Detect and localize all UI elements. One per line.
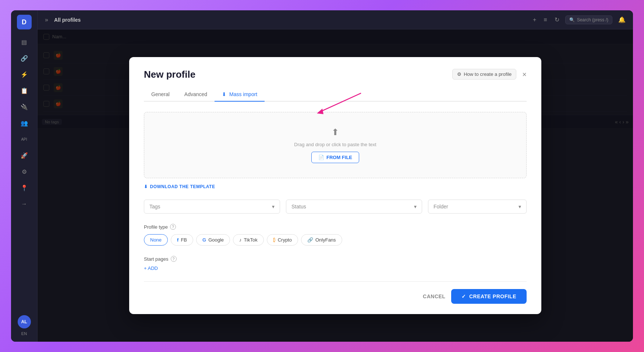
sidebar-icon-launch[interactable]: 🚀: [18, 149, 31, 162]
crypto-label: Crypto: [278, 237, 292, 243]
tab-mass-import-label: Mass import: [229, 91, 257, 97]
start-pages-help-icon[interactable]: ?: [171, 256, 177, 262]
crypto-icon: ₿: [273, 237, 276, 243]
mass-import-icon: ⬇: [222, 91, 226, 97]
google-icon: G: [202, 237, 206, 243]
table-area: Nam... 🍎 🍎 🍎 🍎: [38, 29, 633, 342]
tiktok-icon: ♪: [239, 237, 242, 243]
profile-type-help-icon[interactable]: ?: [170, 224, 176, 230]
sidebar-icon-settings[interactable]: ⚙: [18, 165, 31, 178]
help-button-label: How to create a profile: [464, 71, 512, 77]
sidebar-icon-profiles[interactable]: ▤: [18, 35, 31, 49]
sidebar-icon-location[interactable]: 📍: [18, 181, 31, 194]
sidebar-icon-api[interactable]: API: [18, 133, 31, 146]
sidebar-icon-clipboard[interactable]: 📋: [18, 84, 31, 97]
file-icon: 📄: [318, 155, 324, 160]
sidebar-icon-logout[interactable]: →: [18, 197, 31, 211]
create-profile-button[interactable]: ✓ CREATE PROFILE: [451, 289, 527, 304]
download-template-label: DOWNLOAD THE TEMPLATE: [150, 184, 215, 189]
sidebar-icon-activity[interactable]: ⚡: [18, 68, 31, 81]
onlyfans-icon: 🔗: [307, 237, 313, 243]
google-label: Google: [208, 237, 224, 243]
breadcrumb-arrow-icon: »: [43, 15, 50, 25]
status-placeholder: Status: [291, 204, 306, 210]
page-title: All profiles: [54, 17, 81, 23]
menu-icon[interactable]: ≡: [542, 15, 548, 25]
sidebar-icon-extensions[interactable]: 🔌: [18, 100, 31, 113]
modal-tabs: General Advanced ⬇ Mass import: [144, 88, 527, 102]
drop-zone[interactable]: ⬆ Drag and drop or click to paste the te…: [144, 112, 527, 178]
modal-title: New profile: [144, 69, 195, 80]
profile-type-label: Profile type: [144, 224, 168, 230]
refresh-icon[interactable]: ↻: [553, 15, 561, 25]
main-content: » All profiles + ≡ ↻ 🔍 Search (press /) …: [38, 10, 633, 342]
start-pages-label: Start pages: [144, 256, 169, 262]
sidebar-avatar[interactable]: AL: [18, 315, 31, 328]
from-file-label: FROM FILE: [326, 155, 352, 160]
modal-overlay: New profile ⚙ How to create a profile ×: [38, 29, 633, 342]
close-button[interactable]: ×: [519, 71, 527, 78]
profile-type-onlyfans[interactable]: 🔗 OnlyFans: [301, 234, 342, 246]
dropdowns-row: Tags ▾ Status ▾ Folder ▾: [144, 200, 527, 214]
tiktok-label: TikTok: [244, 237, 258, 243]
tab-advanced[interactable]: Advanced: [177, 88, 215, 102]
onlyfans-label: OnlyFans: [315, 237, 336, 243]
tags-dropdown[interactable]: Tags ▾: [144, 200, 280, 214]
help-button[interactable]: ⚙ How to create a profile: [452, 69, 516, 80]
fb-label: FB: [181, 237, 187, 243]
none-label: None: [150, 237, 162, 243]
download-icon: ⬇: [144, 184, 148, 189]
add-icon[interactable]: +: [531, 15, 538, 25]
drop-zone-text: Drag and drop or click to paste the text: [294, 142, 376, 147]
new-profile-modal: New profile ⚙ How to create a profile ×: [129, 57, 541, 314]
profile-type-none[interactable]: None: [144, 234, 168, 246]
add-label: + ADD: [144, 265, 158, 271]
folder-dropdown[interactable]: Folder ▾: [428, 200, 527, 214]
profile-type-google[interactable]: G Google: [196, 234, 230, 246]
from-file-button[interactable]: 📄 FROM FILE: [311, 152, 359, 163]
profile-type-buttons: None f FB G Google ♪ TikTok: [144, 234, 527, 246]
tab-general-label: General: [151, 91, 170, 97]
topbar: » All profiles + ≡ ↻ 🔍 Search (press /) …: [38, 10, 633, 29]
tags-placeholder: Tags: [149, 204, 160, 210]
tab-mass-import[interactable]: ⬇ Mass import: [215, 88, 265, 102]
create-check-icon: ✓: [461, 293, 466, 299]
folder-placeholder: Folder: [434, 204, 448, 210]
sidebar-lang: EN: [21, 331, 27, 336]
profile-type-section: Profile type ?: [144, 224, 527, 230]
sidebar-icon-users[interactable]: 👥: [18, 116, 31, 130]
help-gear-icon: ⚙: [457, 71, 461, 77]
start-pages-section: Start pages ?: [144, 256, 527, 262]
profile-type-crypto[interactable]: ₿ Crypto: [267, 234, 298, 246]
modal-footer: CANCEL ✓ CREATE PROFILE: [144, 281, 527, 304]
search-placeholder: Search (press /): [577, 17, 608, 22]
modal-header: New profile ⚙ How to create a profile ×: [144, 69, 527, 80]
create-label: CREATE PROFILE: [469, 293, 516, 299]
status-dropdown[interactable]: Status ▾: [286, 200, 422, 214]
app-window: D ▤ 🔗 ⚡ 📋 🔌 👥 API 🚀 ⚙ 📍 → AL EN » All pr…: [11, 10, 633, 342]
sidebar: D ▤ 🔗 ⚡ 📋 🔌 👥 API 🚀 ⚙ 📍 → AL EN: [11, 10, 38, 342]
upload-icon: ⬆: [332, 127, 339, 137]
profile-type-fb[interactable]: f FB: [171, 234, 193, 246]
sidebar-icon-link[interactable]: 🔗: [18, 52, 31, 65]
search-bar[interactable]: 🔍 Search (press /): [565, 15, 612, 24]
folder-chevron-icon: ▾: [519, 204, 521, 210]
cancel-button[interactable]: CANCEL: [423, 293, 445, 299]
search-icon: 🔍: [569, 17, 575, 22]
add-start-page-button[interactable]: + ADD: [144, 265, 527, 271]
profile-type-tiktok[interactable]: ♪ TikTok: [233, 234, 264, 246]
sidebar-logo[interactable]: D: [17, 15, 32, 29]
tags-chevron-icon: ▾: [272, 204, 275, 210]
fb-icon: f: [177, 237, 178, 243]
notification-icon[interactable]: 🔔: [617, 15, 627, 25]
tab-advanced-label: Advanced: [184, 91, 207, 97]
status-chevron-icon: ▾: [414, 204, 417, 210]
tab-general[interactable]: General: [144, 88, 177, 102]
download-template-link[interactable]: ⬇ DOWNLOAD THE TEMPLATE: [144, 184, 527, 189]
